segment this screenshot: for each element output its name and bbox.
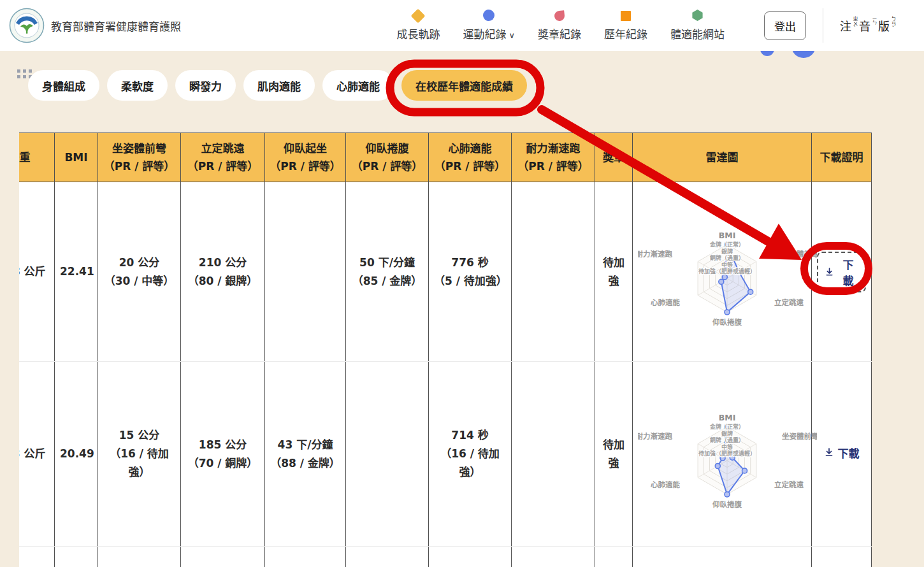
download-icon	[825, 267, 834, 277]
svg-text:耐力漸速跑: 耐力漸速跑	[638, 250, 672, 259]
col-header-cardio: 心肺適能（PR / 評等）	[429, 133, 512, 182]
cell-medal: 待加強	[595, 182, 633, 362]
empty-cell	[595, 547, 633, 567]
cell-pacer-empty	[512, 362, 595, 547]
svg-text:銅牌（過重）: 銅牌（過重）	[710, 254, 744, 261]
zhuyin-version-link[interactable]: 注ㄓㄨˋ 音ㄧㄣ 版ㄅㄢˇ	[840, 16, 897, 35]
svg-text:待加強（肥胖或過輕）: 待加強（肥胖或過輕）	[698, 450, 756, 457]
svg-text:仰臥捲腹: 仰臥捲腹	[712, 318, 742, 327]
nav-label: 歷年紀錄	[604, 25, 647, 41]
cell-sit-and-reach: 15 公分（16 / 待加強）	[98, 362, 181, 547]
hexagon-icon	[692, 10, 704, 21]
cell-pacer-empty	[512, 182, 595, 362]
category-tabs: 身體組成 柔軟度 瞬發力 肌肉適能 心肺適能 在校歷年體適能成績	[28, 70, 527, 101]
svg-text:金牌（正常）: 金牌（正常）	[709, 241, 744, 248]
zhuyin-ruby: ㄧㄣ	[871, 16, 876, 35]
svg-text:立定跳遠: 立定跳遠	[774, 480, 804, 489]
svg-text:心肺適能: 心肺適能	[651, 298, 680, 307]
cell-standing-jump: 210 公分（80 / 銀牌）	[181, 182, 265, 362]
svg-text:待加強（肥胖或過輕）: 待加強（肥胖或過輕）	[698, 268, 756, 275]
table-row: 52.8 公斤 22.41 20 公分（30 / 中等） 210 公分（80 /…	[19, 182, 872, 362]
circle-icon	[483, 10, 494, 21]
cell-weight: 52.8 公斤	[19, 182, 55, 362]
svg-text:銅牌（過重）: 銅牌（過重）	[710, 436, 744, 443]
cell-medal: 待加強	[595, 362, 633, 547]
diamond-icon	[411, 9, 426, 24]
empty-cell	[265, 547, 346, 567]
nav-label: 運動紀錄∨	[463, 25, 515, 41]
header-divider	[823, 8, 823, 43]
moe-logo[interactable]	[9, 8, 45, 43]
tab-flexibility[interactable]: 柔軟度	[107, 70, 168, 101]
svg-text:銀牌: 銀牌	[721, 429, 733, 436]
col-header-curl-up: 仰臥捲腹（PR / 評等）	[346, 133, 429, 182]
download-icon	[824, 447, 834, 457]
square-icon	[621, 11, 631, 21]
cell-curl-up: 50 下/分鐘（85 / 金牌）	[346, 182, 429, 362]
page-title: 教育部體育署健康體育護照	[51, 18, 181, 34]
cell-bmi: 22.41	[55, 182, 98, 362]
svg-text:立定跳遠: 立定跳遠	[774, 298, 804, 307]
svg-text:金牌（正常）: 金牌（正常）	[709, 423, 744, 430]
col-header-radar: 雷達圖	[633, 133, 812, 182]
nav-item-history-records[interactable]: 歷年紀錄	[604, 11, 647, 41]
nav-item-sport-records[interactable]: 運動紀錄∨	[463, 10, 515, 41]
table-row-partial	[19, 547, 872, 567]
empty-cell	[19, 547, 55, 567]
svg-text:中等: 中等	[721, 443, 733, 450]
fitness-results-table: 體重 BMI 坐姿體前彎（PR / 評等） 立定跳遠（PR / 評等） 仰臥起坐…	[19, 133, 872, 567]
cell-sit-up-empty	[265, 182, 346, 362]
nav-label: 成長軌跡	[396, 25, 440, 41]
nav-item-fitness-website[interactable]: 體適能網站	[670, 10, 725, 41]
cell-radar: 金牌（正常）銀牌銅牌（過重）中等待加強（肥胖或過輕）BMI坐姿體前彎立定跳遠仰臥…	[633, 362, 812, 547]
cell-curl-up-empty	[346, 362, 429, 547]
zhuyin-ruby: ㄓㄨˋ	[852, 16, 857, 35]
tab-cardio-fitness[interactable]: 心肺適能	[322, 70, 394, 101]
zhuyin-char: 注	[840, 17, 851, 34]
download-button[interactable]: 下載	[824, 445, 860, 461]
zhuyin-char: 版	[878, 17, 890, 34]
app-header: 教育部體育署健康體育護照 成長軌跡 運動紀錄∨ 獎章紀錄 歷年紀錄 體適能網站	[0, 0, 924, 51]
table-header-row: 體重 BMI 坐姿體前彎（PR / 評等） 立定跳遠（PR / 評等） 仰臥起坐…	[19, 133, 872, 182]
fitness-results-table-viewport: 體重 BMI 坐姿體前彎（PR / 評等） 立定跳遠（PR / 評等） 仰臥起坐…	[19, 133, 872, 567]
petal-icon	[554, 10, 565, 22]
col-header-standing-jump: 立定跳遠（PR / 評等）	[181, 133, 265, 182]
tab-body-composition[interactable]: 身體組成	[28, 70, 99, 101]
chevron-down-icon: ∨	[509, 31, 515, 40]
logout-button[interactable]: 登出	[764, 11, 806, 40]
col-header-pacer: 耐力漸速跑（PR / 評等）	[512, 133, 595, 182]
radar-chart: 金牌（正常）銀牌銅牌（過重）中等待加強（肥胖或過輕）BMI坐姿體前彎立定跳遠仰臥…	[638, 215, 817, 329]
col-header-bmi: BMI	[55, 133, 98, 182]
nav-item-medal-records[interactable]: 獎章紀錄	[538, 11, 581, 41]
svg-text:心肺適能: 心肺適能	[651, 480, 680, 489]
cell-download: 下載	[812, 362, 872, 547]
svg-text:坐姿體前彎: 坐姿體前彎	[782, 250, 817, 259]
empty-cell	[98, 547, 181, 567]
empty-cell	[512, 547, 595, 567]
nav-label: 體適能網站	[670, 25, 725, 41]
svg-text:仰臥捲腹: 仰臥捲腹	[712, 500, 742, 509]
tab-explosive-power[interactable]: 瞬發力	[175, 70, 236, 101]
cell-download: 下載	[812, 182, 872, 362]
empty-cell	[181, 547, 265, 567]
empty-cell	[633, 547, 812, 567]
svg-text:BMI: BMI	[719, 231, 736, 240]
col-header-sit-and-reach: 坐姿體前彎（PR / 評等）	[98, 133, 181, 182]
nav-item-growth-track[interactable]: 成長軌跡	[396, 11, 440, 41]
download-button[interactable]: 下載	[817, 252, 866, 292]
svg-text:中等: 中等	[721, 261, 733, 268]
tab-school-year-fitness-results[interactable]: 在校歷年體適能成績	[401, 70, 527, 101]
col-header-sit-up: 仰臥起坐（PR / 評等）	[265, 133, 346, 182]
app-screen: 教育部體育署健康體育護照 成長軌跡 運動紀錄∨ 獎章紀錄 歷年紀錄 體適能網站	[0, 0, 924, 567]
tab-muscle-fitness[interactable]: 肌肉適能	[243, 70, 315, 101]
cell-standing-jump: 185 公分（70 / 銅牌）	[181, 362, 265, 547]
col-header-weight: 體重	[19, 133, 55, 182]
empty-cell	[346, 547, 429, 567]
nav-label: 獎章紀錄	[538, 25, 581, 41]
svg-text:坐姿體前彎: 坐姿體前彎	[782, 432, 817, 441]
cell-weight: 54.3 公斤	[19, 362, 55, 547]
cell-cardio: 776 秒（5 / 待加強）	[429, 182, 512, 362]
cell-sit-and-reach: 20 公分（30 / 中等）	[98, 182, 181, 362]
empty-cell	[429, 547, 512, 567]
col-header-download: 下載證明	[812, 133, 872, 182]
